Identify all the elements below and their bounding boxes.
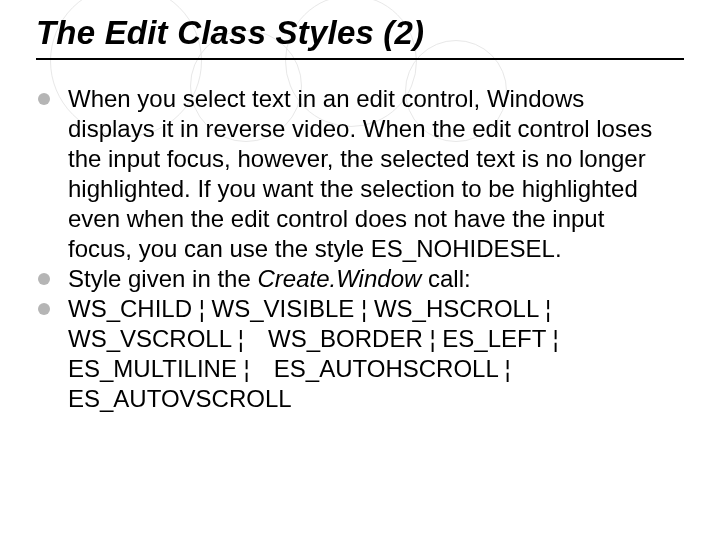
list-item: WS_CHILD ¦ WS_VISIBLE ¦ WS_HSCROLL ¦ WS_… (38, 294, 666, 414)
bullet-icon (38, 93, 50, 105)
list-item: When you select text in an edit control,… (38, 84, 666, 264)
list-item: Style given in the Create.Window call: (38, 264, 666, 294)
bullet-text-suffix: call: (421, 265, 470, 292)
bullet-text-prefix: Style given in the (68, 265, 257, 292)
title-rule (36, 58, 684, 60)
bullet-icon (38, 303, 50, 315)
bullet-list: When you select text in an edit control,… (36, 84, 684, 414)
bullet-text-italic: Create.Window (257, 265, 421, 292)
bullet-text: When you select text in an edit control,… (68, 85, 652, 262)
slide-title: The Edit Class Styles (2) (36, 14, 684, 52)
bullet-icon (38, 273, 50, 285)
bullet-text: WS_CHILD ¦ WS_VISIBLE ¦ WS_HSCROLL ¦ WS_… (68, 295, 559, 412)
slide-content: The Edit Class Styles (2) When you selec… (0, 0, 720, 414)
